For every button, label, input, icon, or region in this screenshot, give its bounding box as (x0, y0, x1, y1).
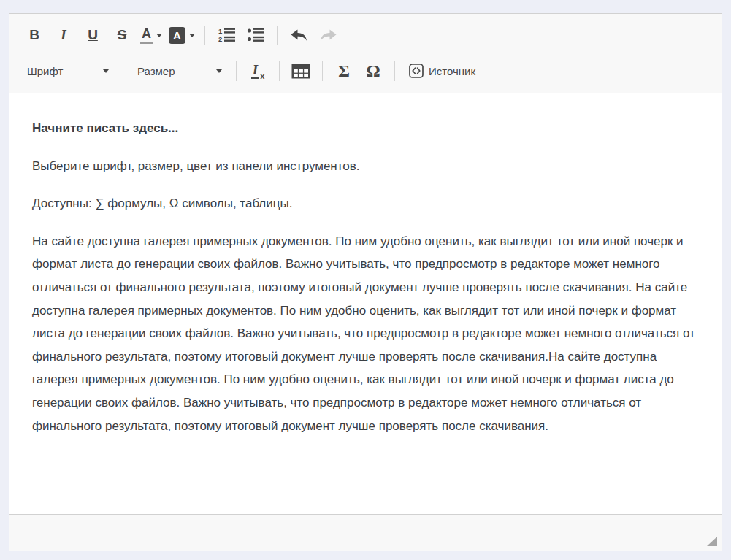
chevron-down-icon (156, 34, 162, 37)
content-heading: Начните писать здесь... (32, 117, 699, 140)
background-color-icon: A (169, 27, 185, 44)
italic-button[interactable]: I (52, 23, 75, 47)
table-button[interactable] (289, 58, 313, 83)
chevron-down-icon (189, 34, 195, 37)
redo-icon (318, 27, 338, 43)
italic-icon: I (61, 27, 66, 43)
resize-handle-icon[interactable] (707, 537, 717, 546)
svg-text:2: 2 (218, 35, 222, 43)
strikethrough-button[interactable]: S (110, 23, 134, 47)
underline-icon: U (88, 27, 98, 43)
bold-button[interactable]: B (23, 23, 46, 47)
size-combo[interactable]: Размер (131, 58, 228, 83)
remove-format-button[interactable]: I x (246, 58, 269, 83)
size-combo-label: Размер (137, 65, 175, 77)
underline-button[interactable]: U (81, 23, 104, 47)
omega-icon: Ω (366, 62, 380, 80)
editor-content-area[interactable]: Начните писать здесь... Выберите шрифт, … (9, 93, 722, 514)
toolbar-separator (322, 61, 323, 81)
source-button[interactable]: Источник (405, 58, 480, 83)
toolbar-separator (204, 26, 205, 45)
content-paragraph: На сайте доступна галерея примерных доку… (32, 230, 699, 437)
numbered-list-button[interactable]: 1 2 (215, 23, 238, 47)
toolbar-separator (394, 61, 395, 81)
content-paragraph: Выберите шрифт, размер, цвет из панели и… (32, 155, 699, 178)
bold-icon: B (29, 27, 39, 43)
table-icon (291, 64, 310, 79)
undo-button[interactable] (287, 23, 310, 47)
source-button-label: Источник (429, 65, 475, 77)
formula-button[interactable]: Σ (332, 58, 356, 83)
toolbar-separator (279, 61, 280, 81)
undo-icon (289, 27, 309, 43)
chevron-down-icon (103, 69, 109, 73)
font-combo[interactable]: Шрифт (21, 58, 115, 83)
redo-button[interactable] (316, 23, 340, 47)
symbol-button[interactable]: Ω (361, 58, 385, 83)
bullet-list-icon (246, 27, 266, 43)
svg-text:1: 1 (218, 27, 223, 35)
toolbar-separator (277, 26, 278, 45)
editor-status-bar (9, 514, 722, 551)
chevron-down-icon (216, 69, 222, 73)
numbered-list-icon: 1 2 (217, 27, 237, 43)
toolbar-row-1: B I U S A A 1 2 (20, 18, 711, 53)
background-color-button[interactable]: A (169, 23, 195, 47)
text-color-icon: A (140, 26, 153, 44)
font-combo-label: Шрифт (27, 65, 63, 77)
toolbar-row-2: Шрифт Размер I x (20, 53, 711, 89)
text-color-button[interactable]: A (139, 23, 163, 47)
sigma-icon: Σ (338, 62, 350, 80)
remove-format-icon: I (251, 63, 259, 79)
strikethrough-icon: S (118, 27, 127, 43)
bullet-list-button[interactable] (244, 23, 267, 47)
editor-toolbar: B I U S A A 1 2 (9, 14, 722, 93)
toolbar-separator (236, 61, 237, 81)
source-code-icon (409, 64, 424, 78)
toolbar-separator (123, 61, 123, 81)
rich-text-editor: B I U S A A 1 2 (9, 13, 722, 551)
content-paragraph: Доступны: ∑ формулы, Ω символы, таблицы. (32, 192, 699, 215)
